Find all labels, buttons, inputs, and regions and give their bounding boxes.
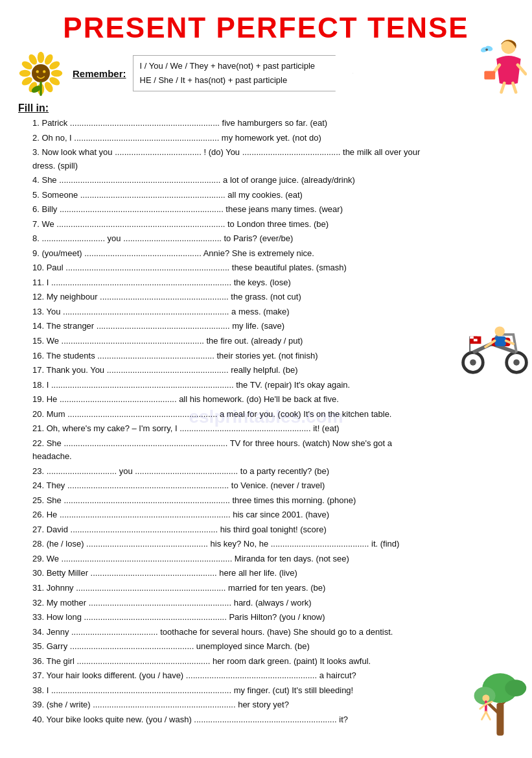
- remember-label: Remember:: [73, 68, 126, 79]
- exercise-number: 14.: [32, 321, 44, 331]
- svg-rect-25: [484, 71, 495, 79]
- exercise-text: My mother ..............................…: [47, 598, 312, 608]
- exercise-item: 32. My mother ..........................…: [32, 597, 430, 610]
- exercise-item: 1. Patrick .............................…: [32, 117, 430, 130]
- exercise-text: We .....................................…: [47, 336, 303, 346]
- exercise-number: 23.: [32, 466, 44, 476]
- exercise-number: 10.: [32, 263, 44, 272]
- exercise-number: 1.: [32, 118, 40, 128]
- exercise-item: 15. We .................................…: [32, 335, 430, 348]
- svg-line-52: [486, 712, 490, 720]
- exercise-item: 29. We .................................…: [32, 552, 430, 566]
- exercise-item: 9. (you/meet) ..........................…: [32, 247, 430, 261]
- exercise-text: She ....................................…: [47, 495, 356, 505]
- exercise-number: 4.: [32, 175, 40, 185]
- exercise-text: Oh no, I ...............................…: [41, 133, 321, 143]
- svg-point-0: [38, 52, 45, 64]
- exercise-item: 34. Jenny ..............................…: [32, 626, 430, 639]
- exercise-number: 25.: [32, 495, 44, 505]
- remember-line2: HE / She / It + has(not) + past particip…: [140, 73, 333, 88]
- exercise-number: 27.: [32, 525, 44, 534]
- exercise-item: 37. Your hair looks different. (you / ha…: [32, 669, 430, 683]
- exercise-text: You ....................................…: [46, 307, 289, 316]
- exercise-number: 38.: [32, 685, 44, 695]
- exercise-number: 39.: [32, 700, 44, 709]
- exercise-text: Your hair looks different. (you / have) …: [46, 670, 356, 680]
- exercise-item: 6. Billy ...............................…: [32, 203, 430, 217]
- exercise-item: 18. I ..................................…: [32, 379, 430, 392]
- exercise-text: Your bike looks quite new. (you / wash) …: [46, 715, 348, 724]
- exercise-number: 31.: [32, 583, 44, 593]
- exercise-item: 25. She ................................…: [32, 494, 430, 508]
- exercise-item: 2. Oh no, I ............................…: [32, 132, 430, 145]
- exercise-item: 36. The girl ...........................…: [32, 655, 430, 669]
- exercise-text: .............................. you .....…: [47, 466, 329, 476]
- exercise-number: 34.: [32, 627, 44, 637]
- exercise-list: 1. Patrick .............................…: [18, 117, 514, 726]
- exercise-text: Jenny ..................................…: [47, 627, 393, 637]
- exercise-text: David ..................................…: [47, 525, 327, 534]
- exercise-number: 8.: [32, 233, 40, 243]
- exercise-number: 18.: [32, 380, 44, 390]
- exercise-number: 32.: [32, 598, 44, 608]
- svg-rect-41: [496, 703, 503, 735]
- exercise-number: 29.: [32, 554, 44, 563]
- exercise-number: 36.: [32, 656, 44, 666]
- exercise-item: 7. We ..................................…: [32, 218, 430, 231]
- exercise-text: ........................... you ........…: [41, 233, 293, 243]
- exercise-item: 4. She .................................…: [32, 174, 430, 187]
- exercise-number: 11.: [32, 278, 44, 287]
- exercise-item: 31. Johnny .............................…: [32, 582, 430, 595]
- exercise-text: We .....................................…: [47, 554, 349, 563]
- exercise-item: 24. They ...............................…: [32, 479, 430, 493]
- exercise-text: My neighbour ...........................…: [47, 292, 301, 302]
- exercise-text: They ...................................…: [46, 480, 325, 490]
- svg-point-24: [485, 49, 488, 51]
- exercise-number: 20.: [32, 409, 44, 419]
- exercise-item: 12. My neighbour .......................…: [32, 290, 430, 304]
- exercise-text: She ....................................…: [41, 175, 354, 185]
- exercise-text: (he / lose) ............................…: [47, 539, 400, 549]
- exercise-number: 12.: [32, 292, 44, 302]
- svg-point-46: [505, 680, 526, 696]
- svg-point-12: [32, 64, 50, 82]
- exercise-text: We .....................................…: [41, 219, 329, 229]
- exercise-number: 19.: [32, 394, 44, 404]
- fill-in-title: Fill in:: [18, 102, 514, 114]
- exercise-item: 22. She ................................…: [32, 437, 430, 464]
- exercise-item: 33. How long ...........................…: [32, 611, 430, 624]
- girl-decoration-icon: [478, 36, 527, 94]
- exercise-number: 22.: [32, 438, 44, 448]
- svg-point-13: [36, 70, 39, 73]
- exercise-text: Patrick ................................…: [41, 118, 327, 128]
- exercise-text: I ......................................…: [47, 380, 350, 390]
- motorcycle-decoration-icon: [457, 318, 532, 376]
- exercise-text: (you/meet) .............................…: [41, 248, 314, 258]
- exercise-number: 40.: [32, 715, 44, 724]
- exercise-text: The students ...........................…: [46, 351, 318, 361]
- exercise-text: I ......................................…: [47, 685, 354, 695]
- exercise-item: 17. Thank you. You .....................…: [32, 364, 430, 377]
- exercise-item: 19. He .................................…: [32, 393, 430, 407]
- exercise-item: 11. I ..................................…: [32, 276, 430, 290]
- svg-rect-37: [470, 337, 474, 339]
- exercise-text: The girl ...............................…: [46, 656, 371, 666]
- svg-line-51: [482, 712, 486, 720]
- exercise-item: 16. The students .......................…: [32, 349, 430, 363]
- exercise-item: 30. Betty Miller .......................…: [32, 567, 430, 580]
- exercise-text: I ......................................…: [47, 278, 291, 287]
- exercise-number: 33.: [32, 612, 44, 622]
- exercise-number: 21.: [32, 423, 44, 433]
- svg-line-21: [513, 83, 516, 92]
- exercise-item: 14. The stranger .......................…: [32, 320, 430, 333]
- exercise-item: 38. I ..................................…: [32, 684, 430, 698]
- exercise-item: 23. .............................. you .…: [32, 465, 430, 479]
- svg-line-20: [502, 83, 505, 92]
- exercise-number: 15.: [32, 336, 44, 346]
- exercise-text: Mum ....................................…: [47, 409, 392, 419]
- exercise-text: How long ...............................…: [47, 612, 325, 622]
- exercise-item: 20. Mum ................................…: [32, 408, 430, 421]
- remember-box: I / You / We / They + have(not) + past p…: [133, 55, 353, 91]
- exercise-item: 21. Oh, where's my cake? – I'm sorry, I …: [32, 422, 430, 436]
- exercise-text: She ....................................…: [32, 438, 392, 462]
